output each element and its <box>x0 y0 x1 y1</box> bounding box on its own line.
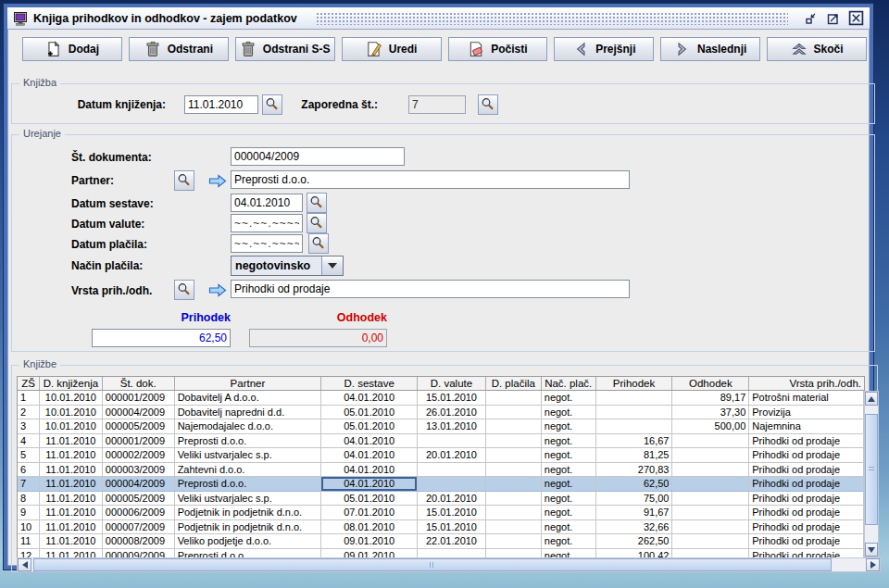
table-cell[interactable]: 81,25 <box>596 448 673 463</box>
table-cell[interactable] <box>418 463 486 478</box>
table-cell[interactable]: 11.01.2010 <box>40 492 103 507</box>
table-cell[interactable]: Preprosti d.o.o. <box>175 434 322 449</box>
skoci-button[interactable]: Skoči <box>767 37 867 61</box>
table-cell[interactable]: 4 <box>18 434 40 449</box>
table-cell[interactable]: Veliki ustvarjalec s.p. <box>175 492 322 507</box>
table-row[interactable]: 611.01.2010000003/2009Zahtevni d.o.o.04.… <box>18 463 864 478</box>
table-cell[interactable]: negot. <box>542 506 596 520</box>
table-cell[interactable]: Potrošni material <box>749 391 864 406</box>
table-cell[interactable] <box>418 549 486 558</box>
table-cell[interactable] <box>486 419 542 434</box>
table-cell[interactable]: 37,30 <box>672 406 749 420</box>
header-cell[interactable]: Vrsta prih./odh. <box>749 377 864 390</box>
table-row[interactable]: 411.01.2010000001/2009Preprosti d.o.o.04… <box>18 434 864 449</box>
table-cell[interactable] <box>486 448 542 463</box>
table-cell[interactable]: 11 <box>18 534 40 549</box>
table-cell[interactable]: Prihodki od prodaje <box>749 534 864 549</box>
header-cell[interactable]: Partner <box>175 377 322 390</box>
table-cell[interactable]: 22.01.2010 <box>418 534 486 549</box>
table-cell[interactable]: 89,17 <box>672 391 749 406</box>
table-cell[interactable]: negot. <box>542 406 596 420</box>
table-cell[interactable]: 000003/2009 <box>103 463 175 478</box>
table-cell[interactable]: 16,67 <box>596 434 673 449</box>
partner-input[interactable] <box>231 170 630 189</box>
zaporedna-st-field[interactable] <box>408 95 466 114</box>
table-cell[interactable] <box>596 419 673 434</box>
table-cell[interactable] <box>672 463 749 478</box>
table-cell[interactable]: 04.01.2010 <box>321 477 418 492</box>
table-cell[interactable] <box>418 477 486 492</box>
table-cell[interactable]: 05.01.2010 <box>321 406 418 420</box>
table-cell[interactable]: negot. <box>542 534 596 549</box>
datum-sestave-lookup-button[interactable] <box>307 193 327 213</box>
table-cell[interactable] <box>672 434 749 449</box>
scroll-right-arrow[interactable] <box>866 558 880 571</box>
table-cell[interactable]: negot. <box>542 477 596 492</box>
table-cell[interactable] <box>486 506 542 520</box>
table-cell[interactable]: 000006/2009 <box>103 506 175 520</box>
table-row[interactable]: 210.01.2010000004/2009Dobavitelj napredn… <box>18 406 864 420</box>
horizontal-scrollbar-thumb[interactable] <box>33 558 832 571</box>
vrsta-prih-odh-lookup-button[interactable] <box>174 280 194 300</box>
table-cell[interactable]: 5 <box>18 448 40 463</box>
vrsta-prih-odh-input[interactable] <box>231 280 630 298</box>
table-cell[interactable] <box>486 549 542 558</box>
table-cell[interactable]: negot. <box>542 448 596 463</box>
table-cell[interactable]: 000005/2009 <box>103 419 175 434</box>
table-row[interactable]: 511.01.2010000002/2009Veliki ustvarjalec… <box>18 448 864 463</box>
table-cell[interactable]: 11.01.2010 <box>40 506 103 520</box>
table-cell[interactable]: Najemodajalec d.o.o. <box>175 419 322 434</box>
table-row[interactable]: 1011.01.2010000007/2009Podjetnik in podj… <box>18 520 864 535</box>
table-cell[interactable]: negot. <box>542 391 596 406</box>
st-dokumenta-input[interactable] <box>231 147 405 166</box>
header-cell[interactable]: Št. dok. <box>103 377 175 390</box>
table-cell[interactable] <box>672 549 749 558</box>
table-cell[interactable]: 000009/2009 <box>103 549 175 558</box>
table-cell[interactable]: 10 <box>18 520 40 535</box>
partner-lookup-button[interactable] <box>174 170 194 191</box>
table-cell[interactable]: 05.01.2010 <box>321 419 418 434</box>
table-cell[interactable]: 11.01.2010 <box>40 434 103 449</box>
table-cell[interactable] <box>672 477 749 492</box>
table-cell[interactable]: 11.01.2010 <box>40 477 103 492</box>
table-cell[interactable]: 11.01.2010 <box>40 520 103 535</box>
table-cell[interactable]: 8 <box>18 492 40 507</box>
table-cell[interactable]: 7 <box>18 477 40 492</box>
table-cell[interactable]: 11.01.2010 <box>40 448 103 463</box>
table-cell[interactable]: 04.01.2010 <box>321 434 418 449</box>
table-cell[interactable]: 270,83 <box>596 463 673 478</box>
scroll-left-arrow[interactable] <box>18 558 31 571</box>
table-cell[interactable] <box>486 406 542 420</box>
dodaj-button[interactable]: Dodaj <box>22 37 122 61</box>
table-cell[interactable]: Provizija <box>749 406 864 420</box>
table-cell[interactable] <box>672 506 749 520</box>
table-cell[interactable]: 11.01.2010 <box>40 534 103 549</box>
table-cell[interactable]: 09.01.2010 <box>321 534 418 549</box>
table-cell[interactable]: 05.01.2010 <box>321 492 418 507</box>
table-row[interactable]: 1111.01.2010000008/2009Veliko podjetje d… <box>18 534 864 549</box>
odstrani-button[interactable]: Odstrani <box>129 37 229 61</box>
header-cell[interactable]: Odhodek <box>672 377 749 390</box>
table-cell[interactable]: 500,00 <box>672 419 749 434</box>
table-cell[interactable] <box>486 463 542 478</box>
table-cell[interactable]: 9 <box>18 506 40 520</box>
table-cell[interactable]: negot. <box>542 492 596 507</box>
table-cell[interactable]: 2 <box>18 406 40 420</box>
table-cell[interactable]: Prihodki od prodaje <box>749 492 864 507</box>
header-cell[interactable]: ZŠ <box>18 377 40 390</box>
table-cell[interactable]: 07.01.2010 <box>321 506 418 520</box>
table-cell[interactable]: 15.01.2010 <box>418 520 486 535</box>
table-cell[interactable]: 3 <box>18 419 40 434</box>
naslednji-button[interactable]: Naslednji <box>660 37 760 61</box>
table-cell[interactable]: Prihodki od prodaje <box>749 434 864 449</box>
datum-valute-input[interactable] <box>231 214 303 232</box>
table-cell[interactable]: 62,50 <box>596 477 673 492</box>
table-cell[interactable]: 000001/2009 <box>103 434 175 449</box>
zaporedna-st-lookup-button[interactable] <box>478 94 498 115</box>
scroll-down-arrow[interactable] <box>865 543 878 557</box>
table-cell[interactable]: 11.01.2010 <box>40 549 103 558</box>
header-cell[interactable]: D. valute <box>418 377 486 390</box>
table-cell[interactable]: 75,00 <box>596 492 673 507</box>
table-cell[interactable]: Prihodki od prodaje <box>749 477 864 492</box>
table-cell[interactable]: Prihodki od prodaje <box>749 506 864 520</box>
